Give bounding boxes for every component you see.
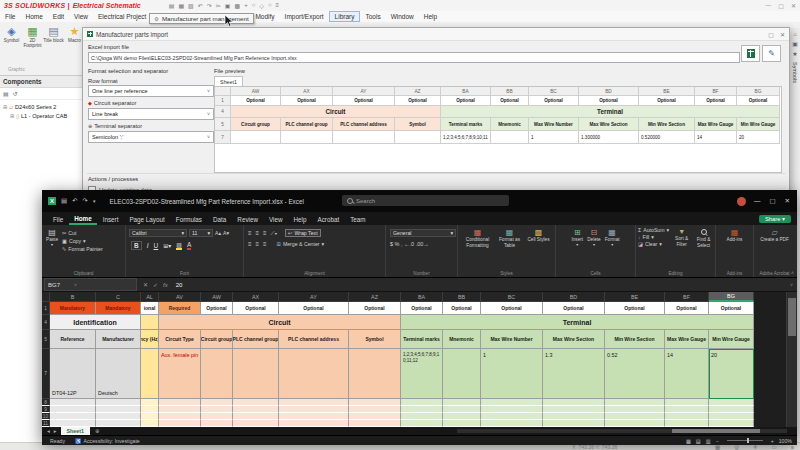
cell-AV1[interactable]: Required — [159, 302, 201, 315]
cell-AL9[interactable] — [141, 406, 159, 413]
excel-titlebar[interactable]: ▤ ↶ ↷ ▾ ELEC03-2SPD02-Streamlined Mfg Pa… — [42, 190, 797, 212]
row-header-8[interactable]: 8 — [42, 399, 50, 406]
sw-minimize-button[interactable]: — — [765, 2, 771, 9]
orientation-icon[interactable]: ⟋▾ — [271, 230, 278, 237]
cell-AZ8[interactable] — [349, 399, 401, 406]
user-avatar[interactable] — [737, 197, 746, 206]
edit-file-button[interactable]: ✎ — [762, 45, 781, 62]
sw-right-tab-symbols[interactable]: Symbols — [792, 62, 798, 83]
italic-button[interactable]: I — [147, 242, 149, 249]
excel-tab-page-layout[interactable]: Page Layout — [124, 214, 169, 225]
new-icon[interactable]: ▤ — [169, 2, 175, 9]
paste-icon[interactable]: ▩ — [235, 2, 241, 9]
cut-icon[interactable]: ✂ — [216, 2, 221, 9]
find-select-button[interactable]: Find & Select — [694, 227, 713, 248]
cell-AX7[interactable] — [233, 349, 279, 399]
cell-BD8[interactable] — [543, 399, 605, 406]
cell-BF11[interactable] — [665, 420, 709, 427]
user-icon[interactable]: ≡ — [276, 2, 280, 9]
row-header-1[interactable]: 1 — [42, 302, 50, 315]
cell-AZ7[interactable] — [349, 349, 401, 399]
format-painter-button[interactable]: ✎Format Painter — [62, 246, 103, 252]
cell-B8[interactable] — [50, 399, 96, 406]
align-top-icon[interactable]: ≡ — [248, 230, 252, 236]
vertical-scrollbar[interactable] — [786, 292, 797, 427]
zoom-slider[interactable] — [727, 440, 763, 441]
cell-B1[interactable]: Mandatory — [50, 302, 96, 315]
sw-close-button[interactable]: ✕ — [791, 2, 796, 9]
cell-BD11[interactable] — [543, 420, 605, 427]
cell-AL5[interactable]: ncy (Hz) — [141, 330, 159, 349]
align-middle-icon[interactable]: ≡ — [256, 230, 260, 236]
row-header-11[interactable]: 11 — [42, 420, 50, 427]
row-header-10[interactable]: 10 — [42, 413, 50, 420]
cell-BF1[interactable]: Optional — [665, 302, 709, 315]
cell-C9[interactable] — [96, 406, 141, 413]
menu-tooltip[interactable]: ⚙ Manufacturer part management — [149, 13, 254, 24]
excel-tab-formulas[interactable]: Formulas — [171, 214, 207, 225]
cell-BE9[interactable] — [605, 406, 665, 413]
cell-BB9[interactable] — [443, 406, 481, 413]
font-size-select[interactable]: 11▾ — [189, 229, 213, 237]
cell-BA11[interactable] — [401, 420, 443, 427]
excel-close-button[interactable]: ✕ — [785, 197, 790, 205]
cell-BC11[interactable] — [481, 420, 543, 427]
cell-BB8[interactable] — [443, 399, 481, 406]
format-as-table-button[interactable]: ▦ Format as Table — [496, 228, 524, 248]
cell-AL11[interactable] — [141, 420, 159, 427]
cell-BG11[interactable] — [709, 420, 754, 427]
tree-node-d24x60-series-2[interactable]: ⊞▱D24x60 Series 2 — [0, 101, 82, 110]
preview-icon[interactable]: ▣ — [792, 40, 798, 47]
cell-AL4[interactable] — [141, 315, 159, 330]
home-icon[interactable]: ⌂ — [793, 31, 797, 37]
cell-BE8[interactable] — [605, 399, 665, 406]
normal-view-icon[interactable]: ▦ — [686, 438, 691, 444]
cell-terminal[interactable]: Terminal — [401, 315, 754, 330]
number-format-select[interactable]: General▾ — [390, 229, 456, 237]
excel-maximize-button[interactable]: ▢ — [769, 197, 775, 205]
expand-icon[interactable]: ⊞ — [3, 104, 7, 110]
excel-tab-file[interactable]: File — [48, 214, 68, 225]
search-icon[interactable]: ○ — [268, 2, 272, 9]
cell-identification[interactable]: Identification — [50, 315, 141, 330]
autosum-button[interactable]: ΣAutoSum ▾ — [638, 227, 669, 233]
cell-B9[interactable] — [50, 406, 96, 413]
align-right-icon[interactable]: ≡ — [263, 241, 267, 247]
cell-BE11[interactable] — [605, 420, 665, 427]
cell-AY1[interactable]: Optional — [279, 302, 349, 315]
cell-B10[interactable] — [50, 413, 96, 420]
sw-menu-edit[interactable]: Edit — [48, 12, 69, 21]
cell-AW7[interactable] — [201, 349, 233, 399]
favorites-icon[interactable]: ★ — [792, 50, 797, 57]
row-header-5[interactable]: 5 — [42, 330, 50, 349]
cell-AZ11[interactable] — [349, 420, 401, 427]
cell-BG9[interactable] — [709, 406, 754, 413]
cell-AV11[interactable] — [159, 420, 201, 427]
align-bottom-icon[interactable]: ≡ — [263, 230, 267, 236]
zoom-icon[interactable]: ○ — [252, 2, 256, 9]
cell-BD1[interactable]: Optional — [543, 302, 605, 315]
sw-menu-view[interactable]: View — [69, 12, 93, 21]
column-header-AZ[interactable]: AZ — [349, 292, 401, 302]
formula-value[interactable]: 20 — [176, 282, 183, 288]
borders-button[interactable]: ⊞▾ — [163, 242, 171, 249]
cell-BE7[interactable]: 0.52 — [605, 349, 665, 399]
number-buttons[interactable]: $ % , ←.0 .00→ — [386, 237, 457, 247]
cell-AZ9[interactable] — [349, 406, 401, 413]
clear-button[interactable]: ◪Clear ▾ — [638, 241, 669, 247]
column-header-AY[interactable]: AY — [279, 292, 349, 302]
cell-AY8[interactable] — [279, 399, 349, 406]
cell-BF9[interactable] — [665, 406, 709, 413]
cell-AW9[interactable] — [201, 406, 233, 413]
cell-BF10[interactable] — [665, 413, 709, 420]
sw-toolbar-2d-footprint[interactable]: ▦2D Footprint — [22, 25, 43, 49]
cell-AW11[interactable] — [201, 420, 233, 427]
cell-BA9[interactable] — [401, 406, 443, 413]
cell-BB7[interactable] — [443, 349, 481, 399]
cell-BA7[interactable]: 1;2;3;4;5;6;7;8;9;10;11;12 — [401, 349, 443, 399]
fill-button[interactable]: ↓Fill ▾ — [638, 234, 669, 240]
sw-menu-home[interactable]: Home — [20, 12, 47, 21]
qat-chevron-icon[interactable]: ▾ — [93, 198, 96, 204]
row-header-7[interactable]: 7 — [42, 349, 50, 399]
dialog-close-button[interactable]: ✕ — [780, 31, 785, 38]
